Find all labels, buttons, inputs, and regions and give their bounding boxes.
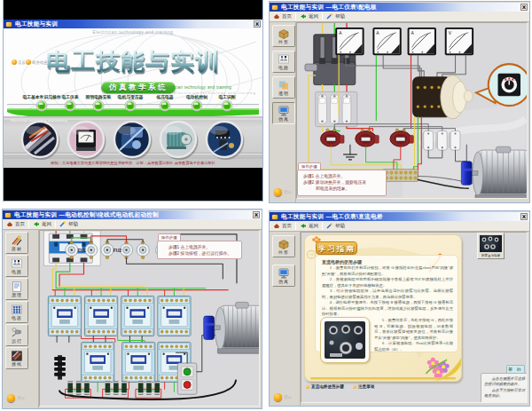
box-icon	[278, 28, 290, 39]
sidebar-button-1[interactable]: 外形	[272, 25, 295, 47]
titlebar-guide[interactable]: 电工技能与实训 —电工仪表\直流电桥 x	[270, 212, 529, 221]
monitor-icon	[278, 105, 290, 116]
close-icon[interactable]: x	[254, 20, 261, 28]
sidebar-button-6[interactable]: 接线	[5, 347, 28, 369]
bridge-knobs	[325, 321, 367, 360]
window-title: 电工技能与实训 —电工仪表\配电板	[281, 3, 377, 12]
home-icon	[273, 223, 280, 229]
close-icon[interactable]: x	[253, 211, 260, 218]
toolbar: 首页 返回 帮助	[270, 12, 529, 22]
window-guide: 电工技能与实训 —电工仪表\直流电桥 x 首页 返回 帮助 外形仿真 学习指南 …	[269, 210, 530, 407]
titlebar-meter-sim[interactable]: 电工技能与实训 —电工仪表\配电板 x	[270, 3, 529, 12]
box-icon	[278, 238, 290, 249]
home-icon	[6, 221, 13, 227]
help-button[interactable]: 帮助	[323, 12, 348, 21]
window-title: 电工技能与实训	[15, 20, 58, 28]
link-cautions[interactable]: 注意事项	[358, 384, 374, 389]
guide-paragraphs-bottom: 5．测量结束后，先松开按钮 G，再松开按钮 B，切断电源。拆除被测电阻，记录数据…	[374, 318, 453, 352]
guide-paragraphs-top: 1．测量前先打开检流计锁扣，即将 G 接线柱处的金属short片由“内接”拨到“…	[322, 265, 453, 318]
svg-text:FU1: FU1	[78, 249, 87, 253]
steps-note: 步骤1 合上电源开关。 步骤2 按动按钮，进行运行操作。	[157, 241, 242, 259]
back-button[interactable]: 返回	[29, 220, 55, 229]
sidebar-button-2[interactable]: 仿真	[272, 265, 295, 287]
plug-icon	[11, 327, 23, 338]
window-title: 电工技能与实训 —电工仪表\直流电桥	[281, 212, 383, 221]
bullet-icon	[306, 385, 309, 389]
sidebar: 外形仿真	[270, 232, 301, 406]
app-icon	[272, 5, 278, 10]
app-icon	[5, 213, 11, 217]
sidebar-button-3[interactable]: 原理	[5, 278, 28, 300]
sim-canvas: AAAV 操作步骤 步骤1 合上电源开关。 步骤2 拨动转换开关，观察电压表 和…	[296, 22, 528, 199]
guide-heading: 直流电桥的使用步骤	[322, 259, 362, 265]
svg-text:FU2: FU2	[113, 249, 122, 253]
close-icon[interactable]: x	[520, 213, 528, 220]
help-button[interactable]: 帮助	[56, 220, 82, 229]
bridge-photo[interactable]	[320, 317, 370, 363]
exit-label: 退出	[284, 190, 292, 194]
titlebar-motor-sim[interactable]: 电工技能与实训 —电动机控制\绕线式电动机起动控制 x	[3, 210, 262, 219]
exit-mascot-icon[interactable]	[7, 394, 15, 402]
sidebar: 器材电路原理电器运行接线	[3, 230, 39, 408]
steps-tab: 操作步骤	[158, 233, 181, 241]
sidebar-button-4[interactable]: 仿真	[272, 102, 295, 124]
exit-label: 退出	[17, 396, 25, 400]
sidebar: 外形电路透明仿真	[270, 22, 296, 202]
dots-icon	[11, 304, 23, 315]
back-button[interactable]: 返回	[296, 222, 322, 231]
back-arrow-icon	[33, 221, 40, 227]
help-tab[interactable]: 帮 助	[506, 365, 525, 373]
help-icon	[326, 223, 333, 229]
home-icon	[273, 13, 280, 20]
sidebar-button-3[interactable]: 透明	[272, 76, 295, 99]
schematic-icon	[278, 53, 290, 65]
splash-body: Electrician technology and training 音乐 相…	[4, 28, 262, 168]
window-splash: 电工技能与实训 x Electrician technology and tra…	[3, 0, 263, 202]
close-icon[interactable]: x	[520, 4, 528, 11]
window-meter-sim: 电工技能与实训 —电工仪表\配电板 x 首页 返回 帮助 外形电路透明仿真 AA…	[269, 1, 530, 203]
schematic-icon	[11, 257, 23, 269]
toolbar: 首页 返回 帮助	[270, 221, 529, 232]
titlebar-splash[interactable]: 电工技能与实训 x	[4, 20, 262, 28]
tools-icon	[11, 234, 23, 246]
guide-canvas: 学习指南 直流电桥的使用步骤 1．测量前先打开检流计锁扣，即将 G 接线柱处的金…	[301, 232, 528, 403]
thumbnail-bridge[interactable]: 单臂直流电桥	[477, 233, 505, 259]
sidebar-button-2[interactable]: 电路	[5, 255, 28, 277]
sim-canvas: FU1FU2 操作步骤 步骤1 合上电源开关。 步骤2 按动按钮，进行运行操作。	[39, 230, 260, 407]
sidebar-button-4[interactable]: 电器	[5, 301, 28, 323]
help-note: 点击右侧图片可选择您想仔细观察的器件。 点击下方按钮可学习相关知识。	[481, 373, 528, 403]
help-icon	[326, 13, 333, 20]
monitor-icon	[278, 267, 290, 279]
exit-mascot-icon[interactable]	[274, 188, 282, 196]
help-button[interactable]: 帮助	[323, 222, 348, 231]
credits-line: 研制：大连海事大学信息工程学院信息技术研究所 出版：高等教育出版社 高等教育电子…	[4, 161, 262, 165]
wires-icon	[11, 350, 23, 361]
doc-icon	[11, 281, 23, 292]
sidebar-button-1[interactable]: 器材	[5, 232, 28, 254]
guide-badge: 学习指南	[316, 241, 357, 255]
back-arrow-icon	[300, 223, 307, 229]
exit-label: 退出	[284, 395, 292, 399]
app-icon	[272, 215, 278, 219]
back-button[interactable]: 返回	[296, 12, 322, 21]
thumb-knobs	[480, 235, 502, 252]
app-icon	[6, 22, 12, 27]
help-icon	[59, 221, 66, 227]
home-button[interactable]: 首页	[270, 222, 295, 231]
steps-note: 步骤1 合上电源开关。 步骤2 拨动转换开关，观察电压表 和电流表的现象。	[297, 170, 387, 196]
sidebar-button-2[interactable]: 电路	[272, 51, 295, 73]
splash-graphics: Electrician technology and training	[4, 28, 262, 168]
toolbar: 首页 返回 帮助	[3, 219, 262, 230]
steps-tab: 操作步骤	[298, 162, 321, 170]
window-title: 电工技能与实训 —电动机控制\绕线式电动机起动控制	[14, 210, 159, 219]
guide-page: 学习指南 直流电桥的使用步骤 1．测量前先打开检流计锁扣，即将 G 接线柱处的金…	[304, 234, 462, 382]
window-motor-sim: 电工技能与实训 —电动机控制\绕线式电动机起动控制 x 首页 返回 帮助 器材电…	[2, 209, 262, 409]
home-button[interactable]: 首页	[270, 12, 295, 21]
transparent-icon	[278, 79, 290, 91]
exit-mascot-icon[interactable]	[274, 393, 282, 401]
home-button[interactable]: 首页	[3, 220, 28, 229]
sidebar-button-1[interactable]: 外形	[272, 235, 295, 257]
link-steps[interactable]: 直流电桥使用步骤	[311, 384, 344, 389]
sidebar-button-5[interactable]: 运行	[5, 324, 28, 346]
composite-screenshot-grid: 电工技能与实训 x Electrician technology and tra…	[0, 0, 532, 411]
